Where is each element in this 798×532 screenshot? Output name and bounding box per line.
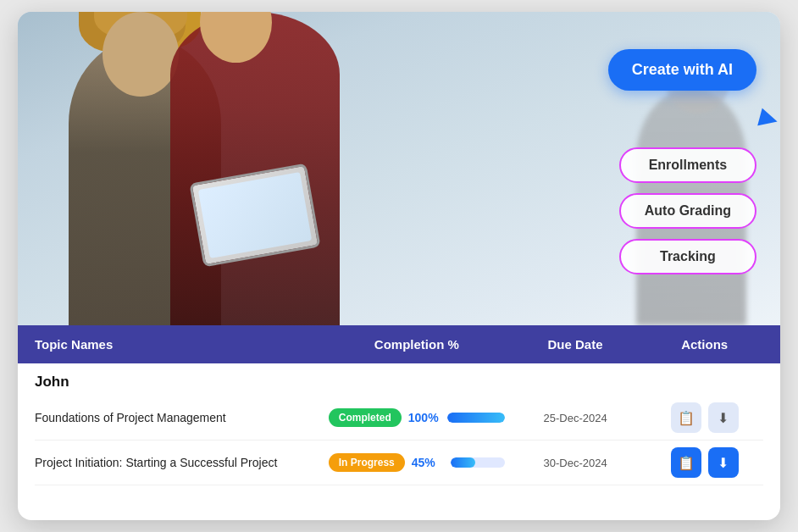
- table-row: Project Initiation: Starting a Successfu…: [35, 441, 763, 485]
- feature-buttons-group: Enrollments Auto Grading Tracking: [619, 147, 756, 274]
- download-button-filled[interactable]: ⬇: [708, 447, 739, 478]
- table-section: Topic Names Completion % Due Date Action…: [18, 325, 780, 485]
- progress-bar-fill: [447, 413, 505, 423]
- due-date: 25-Dec-2024: [505, 412, 646, 424]
- person-center-body: [170, 12, 340, 325]
- topic-name: Foundations of Project Management: [35, 411, 329, 424]
- completion-cell: In Progress 45%: [329, 453, 505, 472]
- user-name-john: John: [35, 363, 763, 396]
- completion-cell: Completed 100%: [329, 408, 505, 427]
- actions-cell: 📋 ⬇: [646, 447, 763, 478]
- header-completion: Completion %: [329, 337, 505, 352]
- progress-bar-wrap: [451, 457, 505, 468]
- download-button[interactable]: ⬇: [708, 402, 739, 433]
- header-due-date: Due Date: [505, 337, 646, 352]
- download-icon: ⬇: [718, 455, 729, 471]
- document-button-filled[interactable]: 📋: [671, 447, 701, 478]
- table-row: Foundations of Project Management Comple…: [35, 396, 763, 441]
- enrollments-button[interactable]: Enrollments: [619, 147, 756, 183]
- main-card: Create with AI Enrollments Auto Grading …: [18, 12, 780, 520]
- document-button[interactable]: 📋: [671, 402, 701, 433]
- status-badge-completed: Completed: [329, 408, 402, 427]
- download-icon: ⬇: [718, 410, 729, 426]
- table-header: Topic Names Completion % Due Date Action…: [18, 325, 780, 363]
- table-body: John Foundations of Project Management C…: [18, 363, 780, 485]
- document-icon: 📋: [678, 410, 695, 426]
- progress-bar-fill: [451, 457, 475, 468]
- hero-section: Create with AI Enrollments Auto Grading …: [18, 12, 780, 325]
- progress-bar-wrap: [447, 413, 505, 423]
- header-actions: Actions: [646, 337, 763, 352]
- create-ai-button[interactable]: Create with AI: [608, 49, 756, 91]
- pct-text: 100%: [408, 411, 441, 424]
- person-left-head: [103, 12, 179, 97]
- pct-text: 45%: [412, 456, 444, 469]
- topic-name: Project Initiation: Starting a Successfu…: [35, 456, 329, 469]
- due-date: 30-Dec-2024: [505, 457, 646, 469]
- header-topic-names: Topic Names: [35, 337, 329, 352]
- tracking-button[interactable]: Tracking: [619, 239, 756, 274]
- tablet-screen: [198, 172, 312, 258]
- auto-grading-button[interactable]: Auto Grading: [619, 193, 756, 229]
- actions-cell: 📋 ⬇: [646, 402, 763, 433]
- document-icon: 📋: [678, 455, 695, 471]
- status-badge-in-progress: In Progress: [329, 453, 405, 472]
